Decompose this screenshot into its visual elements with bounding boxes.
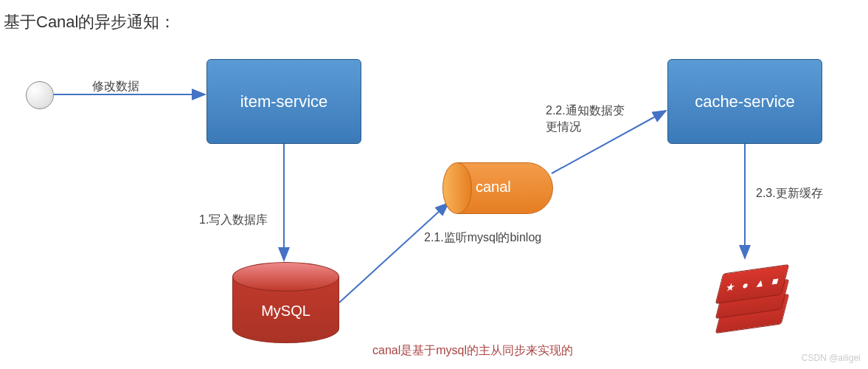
label-notify-1: 2.2.通知数据变: [546, 103, 625, 119]
item-service-label: item-service: [240, 92, 328, 111]
canal-node: canal: [442, 162, 553, 214]
triangle-icon: ▲: [754, 276, 767, 290]
label-listen-binlog: 2.1.监听mysql的binlog: [424, 230, 541, 246]
cache-service-box: cache-service: [667, 59, 822, 144]
redis-icon: ★ ● ▲ ■: [719, 255, 785, 328]
label-modify-data: 修改数据: [92, 79, 139, 94]
label-update-cache: 2.3.更新缓存: [756, 186, 823, 201]
start-node: [26, 81, 54, 109]
circle-icon: ●: [740, 278, 750, 292]
diagram-title: 基于Canal的异步通知：: [4, 11, 176, 33]
canal-cap: [442, 162, 472, 214]
canal-label: canal: [476, 179, 511, 196]
svg-line-3: [339, 203, 448, 303]
footnote: canal是基于mysql的主从同步来实现的: [372, 343, 573, 359]
label-notify-2: 更情况: [546, 120, 581, 135]
square-icon: ■: [771, 275, 780, 288]
label-write-db: 1.写入数据库: [199, 213, 268, 228]
mysql-label: MySQL: [232, 303, 339, 320]
mysql-top: [232, 262, 339, 292]
cache-service-label: cache-service: [695, 92, 795, 111]
item-service-box: item-service: [206, 59, 361, 144]
star-icon: ★: [724, 280, 737, 294]
mysql-node: MySQL: [232, 262, 339, 343]
watermark: CSDN @ailigei: [802, 353, 861, 363]
